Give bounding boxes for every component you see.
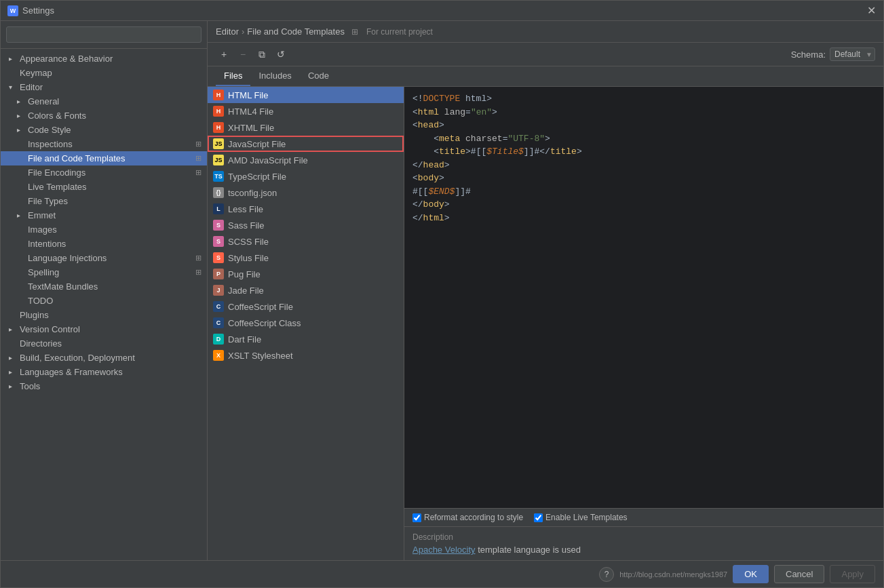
breadcrumb-editor: Editor xyxy=(216,26,239,37)
arrow-icon: ▸ xyxy=(17,98,25,105)
tab-files[interactable]: Files xyxy=(216,66,250,86)
sidebar-item-todo[interactable]: TODO xyxy=(1,294,207,308)
arrow-icon: ▾ xyxy=(9,83,17,91)
amd-file-icon: JS xyxy=(213,155,224,165)
cancel-button[interactable]: Cancel xyxy=(774,565,824,583)
live-templates-label: Enable Live Templates xyxy=(545,513,628,522)
sidebar-item-plugins[interactable]: Plugins xyxy=(1,308,207,322)
sidebar-item-file-code-templates[interactable]: File and Code Templates⊞ xyxy=(1,151,207,165)
sidebar-item-language-injections[interactable]: Language Injections⊞ xyxy=(1,251,207,265)
help-button[interactable]: ? xyxy=(599,567,614,582)
file-item-jade-file[interactable]: JJade File xyxy=(208,282,404,298)
sidebar-item-spelling[interactable]: Spelling⊞ xyxy=(1,265,207,279)
sidebar-item-colors-fonts[interactable]: ▸Colors & Fonts xyxy=(1,109,207,123)
sidebar-item-directories[interactable]: Directories xyxy=(1,336,207,351)
sidebar-item-tools[interactable]: ▸Tools xyxy=(1,379,207,393)
styl-file-icon: S xyxy=(213,252,224,263)
sidebar-item-emmet[interactable]: ▸Emmet xyxy=(1,208,207,222)
code-line: <body> xyxy=(412,172,875,185)
sidebar-item-appearance[interactable]: ▸Appearance & Behavior xyxy=(1,52,207,66)
reformat-label: Reformat according to style xyxy=(424,513,523,522)
sidebar-item-file-types[interactable]: File Types xyxy=(1,194,207,208)
file-item-sass-file[interactable]: SSass File xyxy=(208,217,404,233)
tab-code[interactable]: Code xyxy=(300,66,337,86)
file-item-coffeescript-file[interactable]: CCoffeeScript File xyxy=(208,298,404,315)
sidebar-item-label: Plugins xyxy=(20,310,49,320)
sidebar-item-editor[interactable]: ▾Editor xyxy=(1,80,207,94)
sidebar-item-inspections[interactable]: Inspections⊞ xyxy=(1,137,207,151)
sidebar-item-build-execution[interactable]: ▸Build, Execution, Deployment xyxy=(1,351,207,365)
jade-file-icon: J xyxy=(213,285,224,296)
less-file-icon: L xyxy=(213,203,224,214)
add-button[interactable]: + xyxy=(216,47,232,62)
file-item-label: tsconfig.json xyxy=(228,188,277,198)
live-templates-checkbox[interactable]: Enable Live Templates xyxy=(534,513,628,522)
file-item-amd-js-file[interactable]: JSAMD JavaScript File xyxy=(208,152,404,168)
copy-icon: ⊞ xyxy=(195,168,201,177)
ok-button[interactable]: OK xyxy=(733,565,769,583)
sidebar-item-general[interactable]: ▸General xyxy=(1,94,207,109)
pug-file-icon: P xyxy=(213,269,224,279)
sidebar-item-label: Editor xyxy=(20,82,43,92)
file-item-stylus-file[interactable]: SStylus File xyxy=(208,250,404,266)
apply-button[interactable]: Apply xyxy=(830,565,875,583)
file-item-js-file[interactable]: JSJavaScript File xyxy=(208,136,404,152)
file-item-less-file[interactable]: LLess File xyxy=(208,201,404,217)
file-item-label: JavaScript File xyxy=(228,139,286,149)
file-item-scss-file[interactable]: SSCSS File xyxy=(208,233,404,250)
file-item-tsconfig[interactable]: {}tsconfig.json xyxy=(208,184,404,201)
description-suffix: template language is used xyxy=(476,545,581,555)
sidebar-item-live-templates[interactable]: Live Templates xyxy=(1,180,207,194)
code-line: </body> xyxy=(412,198,875,212)
sidebar-item-file-encodings[interactable]: File Encodings⊞ xyxy=(1,165,207,180)
scss-file-icon: S xyxy=(213,236,224,247)
remove-button[interactable]: − xyxy=(235,47,251,62)
file-item-html-file[interactable]: HHTML File xyxy=(208,87,404,103)
sidebar-item-version-control[interactable]: ▸Version Control xyxy=(1,322,207,336)
sidebar-item-label: Emmet xyxy=(28,210,56,220)
file-item-label: Pug File xyxy=(228,269,261,279)
file-item-coffeescript-class[interactable]: CCoffeeScript Class xyxy=(208,315,404,331)
xslt-file-icon: X xyxy=(213,350,224,361)
apache-velocity-link[interactable]: Apache Velocity xyxy=(412,545,476,555)
file-item-dart-file[interactable]: DDart File xyxy=(208,331,404,347)
reset-button[interactable]: ↺ xyxy=(273,47,289,62)
sidebar-item-label: Code Style xyxy=(28,125,71,135)
sidebar-item-intentions[interactable]: Intentions xyxy=(1,237,207,251)
arrow-icon: ▸ xyxy=(9,383,17,390)
close-button[interactable]: ✕ xyxy=(866,5,877,16)
sidebar-item-label: Intentions xyxy=(28,239,66,249)
code-line: <!DOCTYPE html> xyxy=(412,92,875,106)
reformat-checkbox-input[interactable] xyxy=(412,513,421,522)
sidebar: ▸Appearance & BehaviorKeymap▾Editor▸Gene… xyxy=(1,21,208,560)
file-item-xhtml-file[interactable]: HXHTML File xyxy=(208,119,404,136)
bottom-bar: ? http://blog.csdn.net/mengks1987 OK Can… xyxy=(1,560,883,587)
reformat-checkbox[interactable]: Reformat according to style xyxy=(412,513,523,522)
sidebar-item-code-style[interactable]: ▸Code Style xyxy=(1,123,207,137)
js-file-icon: JS xyxy=(213,138,224,149)
code-line: <meta charset="UTF-8"> xyxy=(412,132,875,146)
json-file-icon: {} xyxy=(213,187,224,198)
file-item-html4-file[interactable]: HHTML4 File xyxy=(208,103,404,119)
description-area: Description Apache Velocity template lan… xyxy=(404,526,883,560)
toolbar: + − ⧉ ↺ Schema: Default ▼ xyxy=(208,43,883,66)
search-input[interactable] xyxy=(6,26,201,43)
sidebar-item-label: Colors & Fonts xyxy=(28,111,86,121)
code-line: </html> xyxy=(412,212,875,225)
sidebar-item-textmate-bundles[interactable]: TextMate Bundles xyxy=(1,279,207,294)
file-item-ts-file[interactable]: TSTypeScript File xyxy=(208,168,404,184)
copy-button[interactable]: ⧉ xyxy=(254,47,270,62)
sidebar-item-keymap[interactable]: Keymap xyxy=(1,66,207,80)
description-text: Apache Velocity template language is use… xyxy=(412,545,875,555)
schema-select[interactable]: Default xyxy=(830,47,875,61)
tab-includes[interactable]: Includes xyxy=(250,66,299,86)
file-item-xslt-stylesheet[interactable]: XXSLT Stylesheet xyxy=(208,347,404,364)
live-templates-checkbox-input[interactable] xyxy=(534,513,543,522)
sidebar-item-languages-frameworks[interactable]: ▸Languages & Frameworks xyxy=(1,365,207,379)
code-editor[interactable]: <!DOCTYPE html><html lang="en"><head> <m… xyxy=(404,87,883,508)
sidebar-item-images[interactable]: Images xyxy=(1,222,207,237)
file-item-label: Dart File xyxy=(228,334,261,345)
file-item-pug-file[interactable]: PPug File xyxy=(208,266,404,282)
arrow-icon: ▸ xyxy=(17,212,25,219)
code-line: </head> xyxy=(412,159,875,172)
